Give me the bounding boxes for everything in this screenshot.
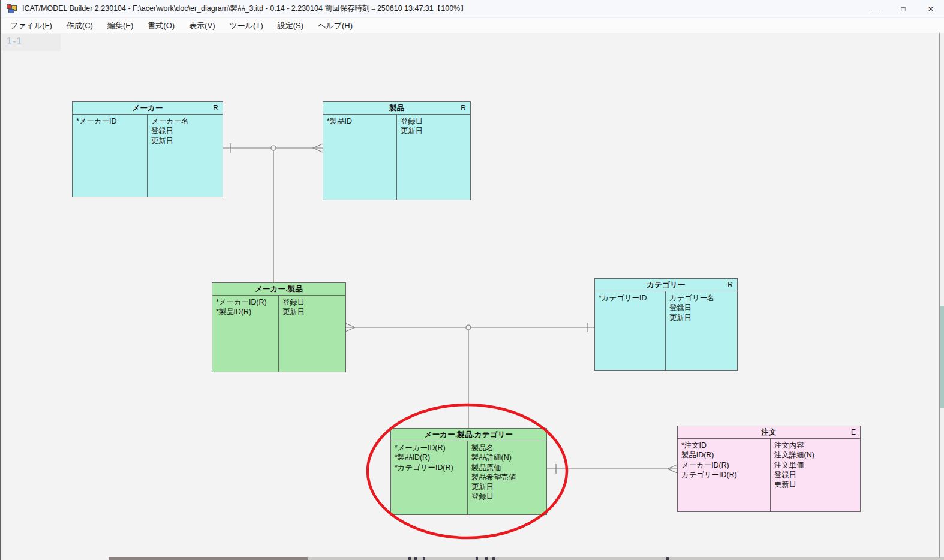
entity-type-letter: E: [851, 428, 856, 436]
entity-order[interactable]: 注文 E *注文ID 製品ID(R) メーカーID(R) カテゴリーID(R) …: [677, 426, 861, 512]
taskbar-icon-sliver: [492, 557, 495, 560]
non-key-attributes: 登録日 更新日: [397, 115, 470, 200]
attribute: *メーカーID(R): [395, 443, 464, 453]
attribute: 登録日: [774, 470, 856, 480]
key-attributes: *メーカーID: [73, 115, 148, 197]
junction-circle: [466, 325, 471, 330]
key-attributes: *メーカーID(R) *製品ID(R) *カテゴリーID(R): [391, 441, 468, 514]
entity-maker-product-category[interactable]: メーカー.製品.カテゴリー *メーカーID(R) *製品ID(R) *カテゴリー…: [390, 428, 547, 515]
vertical-scrollbar[interactable]: [939, 33, 944, 557]
attribute: 登録日: [471, 492, 543, 501]
entity-maker-product[interactable]: メーカー.製品 *メーカーID(R) *製品ID(R) 登録日 更新日: [212, 282, 346, 372]
relationship-makerproduct-category[interactable]: [345, 323, 594, 428]
taskbar-sliver-dark: [109, 557, 308, 560]
non-key-attributes: 製品名 製品詳細(N) 製品原価 製品希望売値 更新日 登録日: [468, 441, 546, 514]
diagram-canvas[interactable]: 1-1 メーカー R: [1, 33, 944, 560]
relationship-maker-product[interactable]: [223, 143, 323, 282]
entity-header: 製品 R: [323, 102, 470, 115]
attribute: *メーカーID(R): [216, 297, 275, 307]
entity-type-letter: R: [727, 281, 733, 289]
attribute: 登録日: [151, 126, 219, 136]
entity-title: メーカー.製品.カテゴリー: [425, 430, 513, 440]
attribute: カテゴリー名: [669, 293, 733, 303]
attribute: *メーカーID: [76, 116, 143, 126]
attribute: *カテゴリーID: [599, 293, 662, 303]
attribute: 更新日: [669, 313, 733, 323]
attribute: 製品希望売値: [471, 472, 543, 482]
key-attributes: *製品ID: [323, 115, 397, 200]
attribute: 更新日: [282, 307, 342, 317]
attribute: *製品ID(R): [216, 307, 275, 317]
attribute: 製品ID(R): [681, 450, 766, 460]
entity-header: 注文 E: [678, 426, 860, 439]
attribute: 登録日: [669, 303, 733, 312]
scrollbar-thumb[interactable]: [940, 306, 944, 408]
taskbar-sliver: [109, 557, 944, 560]
attribute: 注文単価: [774, 460, 856, 470]
attribute: 製品名: [471, 443, 543, 453]
key-attributes: *カテゴリーID: [595, 291, 666, 370]
entity-header: メーカー.製品: [212, 283, 345, 296]
non-key-attributes: カテゴリー名 登録日 更新日: [666, 291, 737, 370]
entity-title: メーカー.製品: [255, 284, 303, 294]
attribute: 注文詳細(N): [774, 450, 856, 460]
attribute: 注文内容: [774, 441, 856, 450]
relationship-mpc-order[interactable]: [546, 464, 677, 474]
attribute: メーカーID(R): [681, 460, 766, 470]
attribute: *カテゴリーID(R): [395, 463, 464, 472]
entity-header: メーカー.製品.カテゴリー: [391, 429, 546, 441]
junction-circle: [271, 146, 276, 150]
entity-type-letter: R: [213, 104, 218, 112]
non-key-attributes: 登録日 更新日: [279, 296, 345, 372]
attribute: 更新日: [401, 126, 467, 136]
taskbar-icon-sliver: [414, 557, 417, 560]
non-key-attributes: 注文内容 注文詳細(N) 注文単価 登録日 更新日: [771, 439, 860, 511]
taskbar-icon-sliver: [485, 557, 488, 560]
entity-product[interactable]: 製品 R *製品ID 登録日 更新日: [323, 101, 471, 200]
attribute: 更新日: [471, 482, 543, 492]
entity-title: メーカー: [133, 103, 163, 113]
entity-title: 注文: [761, 427, 776, 438]
attribute: 登録日: [401, 116, 467, 126]
taskbar-icon-sliver: [423, 557, 425, 560]
entity-category[interactable]: カテゴリー R *カテゴリーID カテゴリー名 登録日 更新日: [594, 278, 738, 371]
non-key-attributes: メーカー名 登録日 更新日: [148, 115, 223, 197]
attribute: *製品ID(R): [395, 453, 464, 462]
entity-title: 製品: [389, 103, 404, 113]
attribute: 更新日: [774, 480, 856, 489]
attribute: 更新日: [151, 136, 219, 146]
entity-header: カテゴリー R: [595, 279, 737, 291]
attribute: メーカー名: [151, 116, 219, 126]
entity-maker[interactable]: メーカー R *メーカーID メーカー名 登録日 更新日: [72, 101, 223, 197]
entity-header: メーカー R: [73, 102, 223, 115]
taskbar-icon-sliver: [476, 557, 478, 560]
attribute: *注文ID: [681, 441, 766, 450]
taskbar-icon-sliver: [666, 557, 669, 560]
attribute: カテゴリーID(R): [681, 470, 766, 480]
entity-type-letter: R: [461, 104, 466, 112]
key-attributes: *メーカーID(R) *製品ID(R): [212, 296, 279, 372]
taskbar-icon-sliver: [408, 557, 411, 560]
key-attributes: *注文ID 製品ID(R) メーカーID(R) カテゴリーID(R): [678, 439, 771, 511]
attribute: 製品詳細(N): [471, 453, 543, 462]
attribute: 登録日: [282, 297, 342, 307]
attribute: 製品原価: [471, 463, 543, 472]
entity-title: カテゴリー: [647, 280, 685, 290]
attribute: *製品ID: [327, 116, 393, 126]
